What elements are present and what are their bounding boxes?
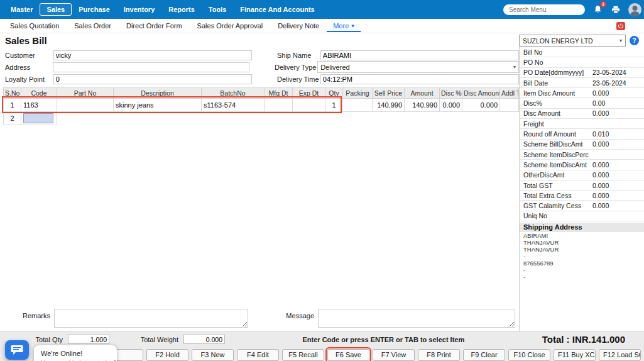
- cell-code[interactable]: 1163: [21, 99, 57, 112]
- topnav-right-tools: 3: [503, 3, 640, 16]
- fkey-f3-new[interactable]: F3 New: [192, 349, 234, 361]
- cell-disc-amount[interactable]: 0.000: [462, 99, 500, 112]
- item-row-1: 1 1163 skinny jeans s1163-574 1 140.990 …: [4, 99, 519, 112]
- company-select[interactable]: SUZLON ENERGY LTD ▾: [519, 35, 626, 47]
- subnav-more-menu[interactable]: More ▾: [327, 20, 361, 32]
- customer-input[interactable]: [53, 50, 252, 60]
- message-textarea[interactable]: [318, 309, 515, 328]
- fkey-f4-edit[interactable]: F4 Edit: [237, 349, 279, 361]
- field-scheme-bill-disc-amt: Scheme BillDiscAmt0.000: [520, 140, 644, 150]
- cell-addl-tax[interactable]: [500, 99, 519, 112]
- cell-part-no[interactable]: [57, 99, 114, 112]
- fkey-f2-hold[interactable]: F2 Hold: [146, 349, 188, 361]
- company-select-value: SUZLON ENERGY LTD: [523, 37, 593, 45]
- col-code: Code: [21, 88, 57, 99]
- field-scheme-item-disc-amt: Scheme ItemDiscAmt0.000: [520, 160, 644, 170]
- col-addl-tax: Addl Ta: [500, 88, 519, 99]
- message-label: Message: [248, 309, 318, 319]
- subnav-delivery-note[interactable]: Delivery Note: [270, 19, 327, 32]
- cell-qty[interactable]: 1: [325, 99, 343, 112]
- power-icon[interactable]: [616, 22, 625, 30]
- subnav-sales-order[interactable]: Sales Order: [67, 19, 119, 32]
- nav-item-purchase[interactable]: Purchase: [72, 3, 117, 16]
- fkey-f12-load-so[interactable]: F12 Load SO: [599, 349, 641, 361]
- notification-bell-icon[interactable]: 3: [592, 4, 603, 15]
- field-other-disc-amt: OtherDiscAmt0.000: [520, 170, 644, 181]
- nav-item-reports[interactable]: Reports: [161, 3, 202, 16]
- total-weight-input[interactable]: [183, 335, 225, 344]
- items-table-header: S.No Code Part No Description BatchNo Mf…: [4, 88, 519, 99]
- shipping-line: -: [520, 267, 644, 274]
- field-freight: Freight: [520, 119, 644, 129]
- delivery-time-input[interactable]: [320, 74, 519, 84]
- search-input[interactable]: [503, 4, 585, 15]
- delivery-time-label: Delivery Time: [277, 75, 320, 83]
- bill-header-form: Customer Ship Name Address Delivery Type…: [0, 47, 519, 85]
- nav-item-master[interactable]: Master: [4, 3, 40, 16]
- cell-disc-pct[interactable]: 0.000: [440, 99, 462, 112]
- items-table-wrap: S.No Code Part No Description BatchNo Mf…: [3, 87, 518, 125]
- col-packing: Packing: [343, 88, 373, 99]
- chevron-down-icon: ▾: [619, 38, 622, 43]
- col-part-no: Part No: [57, 88, 114, 99]
- delivery-type-select[interactable]: Delivered ▾: [317, 61, 519, 73]
- col-sell-price: Sell Price: [373, 88, 405, 99]
- col-description: Description: [114, 88, 202, 99]
- chat-status: We're Online!: [41, 350, 110, 357]
- field-total-gst: Total GST0.000: [520, 181, 644, 191]
- col-amount: Amount: [405, 88, 440, 99]
- field-bill-date: Bill Date23-05-2024: [520, 78, 644, 88]
- user-avatar[interactable]: [628, 3, 641, 16]
- delivery-type-label: Delivery Type: [275, 64, 317, 71]
- fkey-f8-print[interactable]: F8 Print: [418, 349, 460, 361]
- chevron-down-icon: ▾: [351, 23, 354, 29]
- address-label: Address: [0, 64, 53, 71]
- chevron-down-icon: ▾: [513, 64, 516, 70]
- nav-item-inventory[interactable]: Inventory: [117, 3, 162, 16]
- cell-amount[interactable]: 140.990: [405, 99, 440, 112]
- fkey-f5-recall[interactable]: F5 Recall: [282, 349, 324, 361]
- fkey-f11-buy-xcare[interactable]: F11 Buy XCare: [554, 349, 596, 361]
- field-disc-amount: Disc Amount0.000: [520, 109, 644, 119]
- nav-item-sales[interactable]: Sales: [40, 3, 72, 16]
- printer-icon[interactable]: [610, 4, 621, 15]
- col-sno: S.No: [4, 88, 21, 99]
- cell-sell-price[interactable]: 140.990: [373, 99, 405, 112]
- item-code-input[interactable]: [23, 113, 53, 123]
- entry-hint-text: Enter Code or press ENTER or TAB to sele…: [225, 336, 542, 343]
- cell-sno: 2: [4, 112, 21, 125]
- fkey-f6-save[interactable]: F6 Save: [327, 349, 369, 361]
- remarks-textarea[interactable]: [54, 309, 248, 328]
- loyalty-point-input[interactable]: [53, 74, 252, 84]
- address-input[interactable]: [53, 62, 249, 72]
- bill-entry-area: Customer Ship Name Address Delivery Type…: [0, 47, 520, 331]
- field-gst-calamity-cess: GST Calamity Cess0.000: [520, 201, 644, 211]
- cell-batch-no[interactable]: s1163-574: [202, 99, 265, 112]
- cell-sno[interactable]: 1: [4, 99, 21, 112]
- subnav-more-label: More: [333, 22, 349, 30]
- nav-item-finance[interactable]: Finance And Accounts: [233, 3, 321, 16]
- page-title: Sales Bill: [5, 35, 47, 46]
- notification-badge: 3: [600, 1, 606, 8]
- chat-icon[interactable]: [5, 340, 29, 360]
- cell-packing[interactable]: [343, 99, 373, 112]
- cell-mfg-dt[interactable]: [265, 99, 293, 112]
- subnav-sales-quotation[interactable]: Sales Quotation: [3, 19, 67, 32]
- fkey-f7-view[interactable]: F7 View: [373, 349, 415, 361]
- nav-item-tools[interactable]: Tools: [202, 3, 234, 16]
- cell-description[interactable]: skinny jeans: [114, 99, 202, 112]
- subnav-direct-order-form[interactable]: Direct Order Form: [119, 19, 190, 32]
- shipping-line: -: [520, 253, 644, 260]
- ship-name-input[interactable]: [320, 50, 519, 60]
- delivery-type-value: Delivered: [320, 64, 349, 71]
- shipping-line: -: [520, 274, 644, 280]
- col-disc-amount: Disc Amount: [462, 88, 500, 99]
- fkey-f10-close[interactable]: F10 Close: [508, 349, 550, 361]
- help-icon[interactable]: ?: [630, 36, 639, 45]
- fkey-f9-clear[interactable]: F9 Clear: [463, 349, 505, 361]
- subnav-sales-order-approval[interactable]: Sales Order Approval: [190, 19, 271, 32]
- remarks-row: Remarks Message: [0, 309, 519, 331]
- field-total-extra-cess: Total Extra Cess0.000: [520, 191, 644, 201]
- cell-exp-dt[interactable]: [293, 99, 325, 112]
- shipping-line: ABIRAMI: [520, 232, 644, 239]
